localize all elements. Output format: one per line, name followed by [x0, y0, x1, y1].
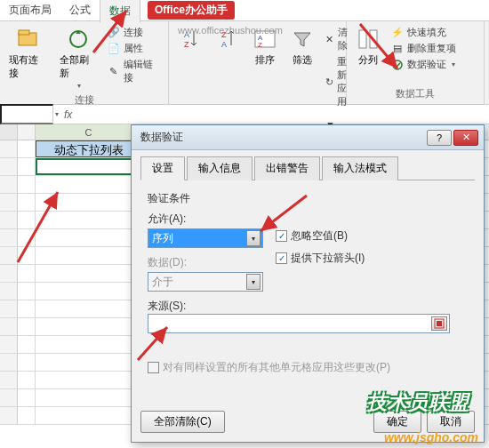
- data-validation-button[interactable]: 数据验证▾: [389, 57, 458, 72]
- row-header[interactable]: [0, 176, 18, 193]
- tab-data[interactable]: 数据: [100, 0, 140, 23]
- cell[interactable]: [18, 300, 36, 317]
- dropdown-button-icon[interactable]: ▾: [246, 230, 261, 246]
- refresh-all-button[interactable]: 全部刷新 ▾: [56, 25, 101, 92]
- cell[interactable]: [18, 265, 36, 282]
- sort-label: 排序: [255, 53, 275, 67]
- reapply-icon: ↻: [325, 76, 333, 88]
- filter-button[interactable]: 筛选: [286, 25, 318, 68]
- dropdown-button-icon: ▾: [246, 274, 261, 290]
- cell[interactable]: [18, 176, 36, 193]
- edit-links-icon: ✎: [108, 65, 119, 77]
- allow-label: 允许(A):: [148, 212, 263, 227]
- dropdown-arrow-checkbox[interactable]: ✓: [276, 252, 287, 264]
- cell[interactable]: [36, 372, 142, 388]
- cell[interactable]: [36, 212, 142, 228]
- cell[interactable]: [36, 247, 142, 264]
- cell[interactable]: [36, 336, 142, 353]
- clear-icon: ✕: [325, 33, 334, 45]
- row-header[interactable]: [0, 229, 18, 246]
- remove-duplicates-button[interactable]: ▤删除重复项: [389, 41, 458, 56]
- cell[interactable]: [18, 372, 36, 388]
- ignore-blank-checkbox[interactable]: ✓: [276, 230, 287, 242]
- row-header[interactable]: [0, 140, 18, 157]
- cell[interactable]: [18, 194, 36, 211]
- close-button[interactable]: ✕: [453, 130, 478, 146]
- existing-connections-button[interactable]: 现有连接: [5, 25, 51, 82]
- row-header[interactable]: [0, 354, 18, 371]
- flash-fill-button[interactable]: ⚡快速填充: [389, 25, 458, 40]
- tab-ime-mode[interactable]: 输入法模式: [322, 156, 398, 180]
- tab-error-alert[interactable]: 出错警告: [254, 156, 320, 180]
- cell[interactable]: [18, 212, 36, 228]
- row-header[interactable]: [0, 212, 18, 228]
- cell[interactable]: [36, 229, 142, 246]
- cell[interactable]: [36, 194, 142, 211]
- name-box[interactable]: [0, 104, 53, 124]
- active-cell[interactable]: [36, 158, 142, 175]
- cell[interactable]: [36, 283, 142, 300]
- row-header[interactable]: [0, 389, 18, 406]
- col-header-c[interactable]: C: [36, 124, 142, 140]
- row-header[interactable]: [0, 318, 18, 335]
- cell-header[interactable]: 动态下拉列表: [36, 140, 142, 157]
- existing-connections-label: 现有连接: [9, 53, 47, 80]
- svg-rect-10: [359, 30, 366, 48]
- cell[interactable]: [18, 158, 36, 175]
- row-header[interactable]: [0, 283, 18, 300]
- cell[interactable]: [36, 318, 142, 335]
- row-header[interactable]: [0, 247, 18, 264]
- cell[interactable]: [18, 336, 36, 353]
- cell[interactable]: [36, 300, 142, 317]
- cell[interactable]: [36, 407, 142, 424]
- properties-button[interactable]: 📄属性: [106, 41, 163, 56]
- row-header[interactable]: [0, 372, 18, 388]
- col-header-b[interactable]: [18, 124, 36, 140]
- group-connections: 现有连接 全部刷新 ▾ 🔗连接 📄属性 ✎编辑链接 连接: [0, 21, 169, 104]
- cell[interactable]: [18, 247, 36, 264]
- clear-all-button[interactable]: 全部清除(C): [140, 411, 225, 433]
- cell[interactable]: [36, 176, 142, 193]
- filter-label: 筛选: [293, 53, 312, 67]
- cell[interactable]: [36, 265, 142, 282]
- fx-label[interactable]: fx: [59, 108, 77, 121]
- svg-rect-1: [19, 30, 29, 35]
- source-input[interactable]: [148, 314, 450, 333]
- formula-input[interactable]: [77, 106, 489, 123]
- range-selector-icon: [434, 318, 445, 329]
- tab-settings[interactable]: 设置: [140, 156, 185, 180]
- group-data-tools-label: 数据工具: [352, 85, 478, 100]
- cell[interactable]: [18, 283, 36, 300]
- tab-formulas[interactable]: 公式: [60, 0, 100, 21]
- tab-input-message[interactable]: 输入信息: [187, 156, 253, 180]
- row-header[interactable]: [0, 194, 18, 211]
- select-all-corner[interactable]: [0, 124, 18, 140]
- edit-links-button[interactable]: ✎编辑链接: [106, 57, 163, 85]
- cell[interactable]: [18, 389, 36, 406]
- row-header[interactable]: [0, 158, 18, 175]
- dialog-tabs: 设置 输入信息 出错警告 输入法模式: [140, 156, 475, 180]
- cell[interactable]: [18, 318, 36, 335]
- svg-text:Z: Z: [184, 40, 189, 49]
- tab-page-layout[interactable]: 页面布局: [0, 0, 60, 21]
- cell[interactable]: [18, 140, 36, 157]
- range-selector-button[interactable]: [431, 316, 447, 331]
- cell[interactable]: [18, 229, 36, 246]
- row-header[interactable]: [0, 300, 18, 317]
- refresh-icon: [66, 27, 91, 52]
- connections-button[interactable]: 🔗连接: [106, 25, 163, 40]
- text-to-columns-button[interactable]: 分列: [352, 25, 384, 68]
- cell[interactable]: [36, 389, 142, 406]
- row-header[interactable]: [0, 336, 18, 353]
- ignore-blank-label: 忽略空值(B): [291, 228, 348, 244]
- help-button[interactable]: ?: [427, 130, 452, 146]
- cell[interactable]: [18, 407, 36, 424]
- refresh-all-label: 全部刷新: [60, 53, 98, 80]
- row-header[interactable]: [0, 407, 18, 424]
- row-header[interactable]: [0, 265, 18, 282]
- text-to-columns-label: 分列: [358, 53, 378, 67]
- dialog-titlebar[interactable]: 数据验证 ? ✕: [132, 125, 484, 150]
- allow-combobox[interactable]: 序列 ▾: [148, 228, 263, 248]
- cell[interactable]: [36, 354, 142, 371]
- cell[interactable]: [18, 354, 36, 371]
